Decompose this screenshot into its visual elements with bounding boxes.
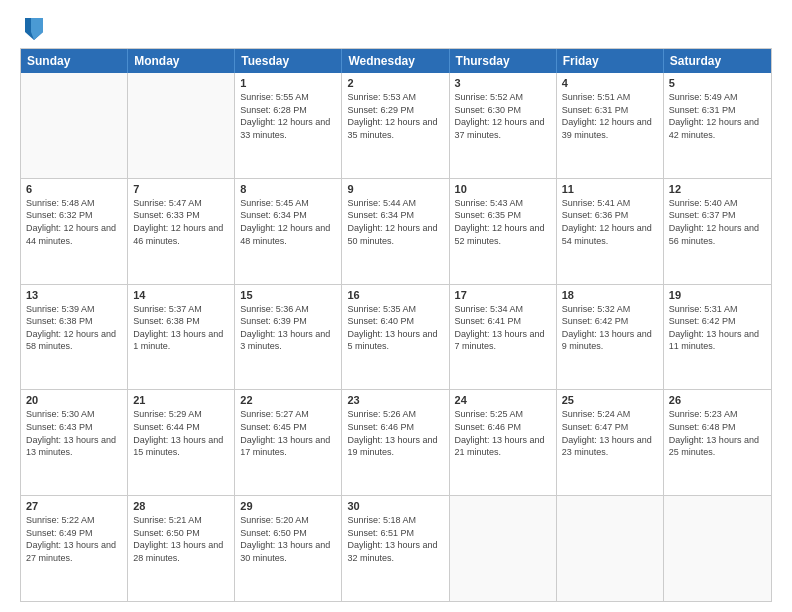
header-day-thursday: Thursday	[450, 49, 557, 73]
sun-info: Sunrise: 5:20 AMSunset: 6:50 PMDaylight:…	[240, 514, 336, 564]
day-cell-11: 11Sunrise: 5:41 AMSunset: 6:36 PMDayligh…	[557, 179, 664, 284]
sun-info: Sunrise: 5:31 AMSunset: 6:42 PMDaylight:…	[669, 303, 766, 353]
day-number: 28	[133, 500, 229, 512]
day-cell-21: 21Sunrise: 5:29 AMSunset: 6:44 PMDayligh…	[128, 390, 235, 495]
day-cell-7: 7Sunrise: 5:47 AMSunset: 6:33 PMDaylight…	[128, 179, 235, 284]
day-number: 15	[240, 289, 336, 301]
day-cell-16: 16Sunrise: 5:35 AMSunset: 6:40 PMDayligh…	[342, 285, 449, 390]
header-day-sunday: Sunday	[21, 49, 128, 73]
sun-info: Sunrise: 5:29 AMSunset: 6:44 PMDaylight:…	[133, 408, 229, 458]
page: SundayMondayTuesdayWednesdayThursdayFrid…	[0, 0, 792, 612]
sun-info: Sunrise: 5:34 AMSunset: 6:41 PMDaylight:…	[455, 303, 551, 353]
day-cell-9: 9Sunrise: 5:44 AMSunset: 6:34 PMDaylight…	[342, 179, 449, 284]
sun-info: Sunrise: 5:47 AMSunset: 6:33 PMDaylight:…	[133, 197, 229, 247]
day-number: 14	[133, 289, 229, 301]
sun-info: Sunrise: 5:35 AMSunset: 6:40 PMDaylight:…	[347, 303, 443, 353]
day-number: 5	[669, 77, 766, 89]
header-day-tuesday: Tuesday	[235, 49, 342, 73]
header-day-monday: Monday	[128, 49, 235, 73]
day-cell-12: 12Sunrise: 5:40 AMSunset: 6:37 PMDayligh…	[664, 179, 771, 284]
day-number: 23	[347, 394, 443, 406]
sun-info: Sunrise: 5:45 AMSunset: 6:34 PMDaylight:…	[240, 197, 336, 247]
day-number: 16	[347, 289, 443, 301]
sun-info: Sunrise: 5:37 AMSunset: 6:38 PMDaylight:…	[133, 303, 229, 353]
day-number: 30	[347, 500, 443, 512]
day-cell-15: 15Sunrise: 5:36 AMSunset: 6:39 PMDayligh…	[235, 285, 342, 390]
day-cell-22: 22Sunrise: 5:27 AMSunset: 6:45 PMDayligh…	[235, 390, 342, 495]
empty-cell	[664, 496, 771, 601]
day-number: 29	[240, 500, 336, 512]
day-cell-13: 13Sunrise: 5:39 AMSunset: 6:38 PMDayligh…	[21, 285, 128, 390]
header-day-saturday: Saturday	[664, 49, 771, 73]
day-number: 18	[562, 289, 658, 301]
day-number: 10	[455, 183, 551, 195]
day-number: 2	[347, 77, 443, 89]
day-cell-3: 3Sunrise: 5:52 AMSunset: 6:30 PMDaylight…	[450, 73, 557, 178]
day-cell-4: 4Sunrise: 5:51 AMSunset: 6:31 PMDaylight…	[557, 73, 664, 178]
calendar-week-5: 27Sunrise: 5:22 AMSunset: 6:49 PMDayligh…	[21, 496, 771, 601]
sun-info: Sunrise: 5:26 AMSunset: 6:46 PMDaylight:…	[347, 408, 443, 458]
day-cell-14: 14Sunrise: 5:37 AMSunset: 6:38 PMDayligh…	[128, 285, 235, 390]
day-cell-10: 10Sunrise: 5:43 AMSunset: 6:35 PMDayligh…	[450, 179, 557, 284]
day-number: 24	[455, 394, 551, 406]
sun-info: Sunrise: 5:25 AMSunset: 6:46 PMDaylight:…	[455, 408, 551, 458]
day-number: 22	[240, 394, 336, 406]
day-cell-1: 1Sunrise: 5:55 AMSunset: 6:28 PMDaylight…	[235, 73, 342, 178]
calendar: SundayMondayTuesdayWednesdayThursdayFrid…	[20, 48, 772, 602]
day-number: 13	[26, 289, 122, 301]
day-cell-17: 17Sunrise: 5:34 AMSunset: 6:41 PMDayligh…	[450, 285, 557, 390]
calendar-week-2: 6Sunrise: 5:48 AMSunset: 6:32 PMDaylight…	[21, 179, 771, 285]
day-cell-6: 6Sunrise: 5:48 AMSunset: 6:32 PMDaylight…	[21, 179, 128, 284]
day-cell-8: 8Sunrise: 5:45 AMSunset: 6:34 PMDaylight…	[235, 179, 342, 284]
empty-cell	[557, 496, 664, 601]
day-number: 6	[26, 183, 122, 195]
calendar-week-1: 1Sunrise: 5:55 AMSunset: 6:28 PMDaylight…	[21, 73, 771, 179]
sun-info: Sunrise: 5:48 AMSunset: 6:32 PMDaylight:…	[26, 197, 122, 247]
day-number: 9	[347, 183, 443, 195]
day-cell-18: 18Sunrise: 5:32 AMSunset: 6:42 PMDayligh…	[557, 285, 664, 390]
sun-info: Sunrise: 5:36 AMSunset: 6:39 PMDaylight:…	[240, 303, 336, 353]
sun-info: Sunrise: 5:22 AMSunset: 6:49 PMDaylight:…	[26, 514, 122, 564]
header-day-friday: Friday	[557, 49, 664, 73]
day-cell-29: 29Sunrise: 5:20 AMSunset: 6:50 PMDayligh…	[235, 496, 342, 601]
day-number: 27	[26, 500, 122, 512]
sun-info: Sunrise: 5:40 AMSunset: 6:37 PMDaylight:…	[669, 197, 766, 247]
day-number: 17	[455, 289, 551, 301]
day-cell-25: 25Sunrise: 5:24 AMSunset: 6:47 PMDayligh…	[557, 390, 664, 495]
sun-info: Sunrise: 5:44 AMSunset: 6:34 PMDaylight:…	[347, 197, 443, 247]
sun-info: Sunrise: 5:21 AMSunset: 6:50 PMDaylight:…	[133, 514, 229, 564]
day-cell-5: 5Sunrise: 5:49 AMSunset: 6:31 PMDaylight…	[664, 73, 771, 178]
day-cell-27: 27Sunrise: 5:22 AMSunset: 6:49 PMDayligh…	[21, 496, 128, 601]
day-cell-2: 2Sunrise: 5:53 AMSunset: 6:29 PMDaylight…	[342, 73, 449, 178]
sun-info: Sunrise: 5:39 AMSunset: 6:38 PMDaylight:…	[26, 303, 122, 353]
sun-info: Sunrise: 5:23 AMSunset: 6:48 PMDaylight:…	[669, 408, 766, 458]
header	[20, 18, 772, 40]
sun-info: Sunrise: 5:43 AMSunset: 6:35 PMDaylight:…	[455, 197, 551, 247]
day-cell-23: 23Sunrise: 5:26 AMSunset: 6:46 PMDayligh…	[342, 390, 449, 495]
day-cell-26: 26Sunrise: 5:23 AMSunset: 6:48 PMDayligh…	[664, 390, 771, 495]
calendar-week-4: 20Sunrise: 5:30 AMSunset: 6:43 PMDayligh…	[21, 390, 771, 496]
sun-info: Sunrise: 5:41 AMSunset: 6:36 PMDaylight:…	[562, 197, 658, 247]
header-day-wednesday: Wednesday	[342, 49, 449, 73]
day-number: 8	[240, 183, 336, 195]
day-number: 19	[669, 289, 766, 301]
day-cell-24: 24Sunrise: 5:25 AMSunset: 6:46 PMDayligh…	[450, 390, 557, 495]
svg-marker-1	[31, 18, 43, 40]
day-number: 12	[669, 183, 766, 195]
sun-info: Sunrise: 5:55 AMSunset: 6:28 PMDaylight:…	[240, 91, 336, 141]
day-number: 26	[669, 394, 766, 406]
sun-info: Sunrise: 5:30 AMSunset: 6:43 PMDaylight:…	[26, 408, 122, 458]
day-number: 1	[240, 77, 336, 89]
day-cell-20: 20Sunrise: 5:30 AMSunset: 6:43 PMDayligh…	[21, 390, 128, 495]
day-number: 20	[26, 394, 122, 406]
sun-info: Sunrise: 5:52 AMSunset: 6:30 PMDaylight:…	[455, 91, 551, 141]
sun-info: Sunrise: 5:53 AMSunset: 6:29 PMDaylight:…	[347, 91, 443, 141]
sun-info: Sunrise: 5:49 AMSunset: 6:31 PMDaylight:…	[669, 91, 766, 141]
sun-info: Sunrise: 5:32 AMSunset: 6:42 PMDaylight:…	[562, 303, 658, 353]
day-cell-28: 28Sunrise: 5:21 AMSunset: 6:50 PMDayligh…	[128, 496, 235, 601]
day-number: 11	[562, 183, 658, 195]
calendar-week-3: 13Sunrise: 5:39 AMSunset: 6:38 PMDayligh…	[21, 285, 771, 391]
calendar-header: SundayMondayTuesdayWednesdayThursdayFrid…	[21, 49, 771, 73]
day-cell-30: 30Sunrise: 5:18 AMSunset: 6:51 PMDayligh…	[342, 496, 449, 601]
day-number: 25	[562, 394, 658, 406]
